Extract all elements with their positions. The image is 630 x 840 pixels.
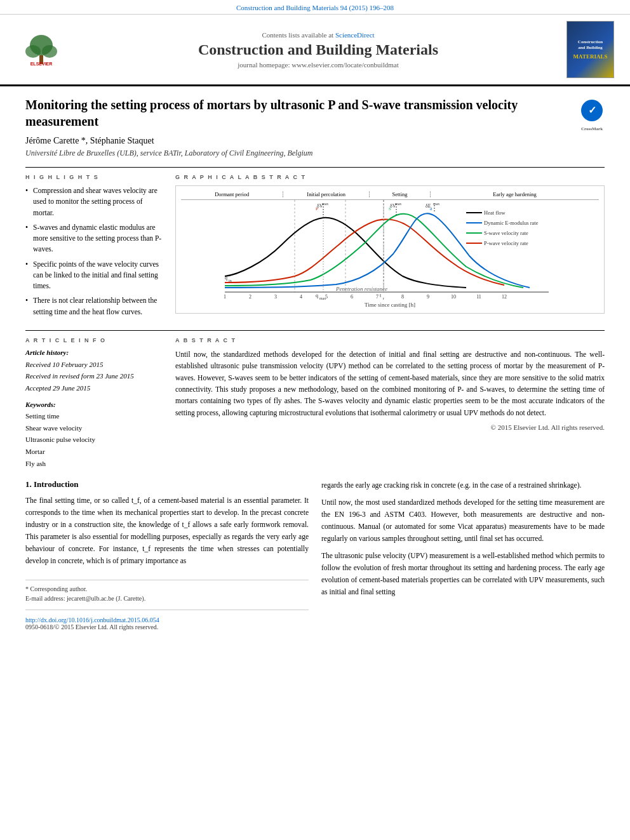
svg-text:Dynamic E-modulus rate: Dynamic E-modulus rate	[484, 220, 539, 226]
article-info-header: A R T I C L E I N F O	[25, 337, 165, 343]
keyword-1: Setting time	[25, 410, 165, 422]
cover-title-text: Constructionand Building	[578, 39, 603, 51]
svg-text:P-wave velocity rate: P-wave velocity rate	[484, 240, 528, 246]
journal-cover-image: Constructionand Building MATERIALS	[566, 21, 617, 78]
journal-title: Construction and Building Materials	[76, 41, 560, 58]
keyword-3: Ultrasonic pulse velocity	[25, 434, 165, 446]
phase-setting: Setting	[370, 191, 431, 197]
body-right-column: regards the early age cracking risk in c…	[321, 479, 605, 630]
footer-divider	[25, 610, 309, 610]
phase-labels: Dormant period Initial percolation Setti…	[181, 191, 599, 200]
svg-text:max: max	[395, 202, 401, 206]
journal-header-center: Contents lists available at ScienceDirec…	[76, 31, 560, 69]
svg-text:ELSEVIER: ELSEVIER	[30, 62, 53, 66]
email-note: E-mail address: jecarett@ulb.ac.be (J. C…	[25, 594, 309, 603]
graphical-abstract-svg: Penetration resistance δV max P δV max S…	[181, 200, 599, 302]
keywords-list: Setting time Shear wave velocity Ultraso…	[25, 410, 165, 469]
doi-line[interactable]: http://dx.doi.org/10.1016/j.conbuildmat.…	[25, 617, 309, 623]
svg-text:5: 5	[325, 294, 328, 300]
article-title-section: Monitoring the setting process of mortar…	[25, 97, 605, 130]
svg-text:7: 7	[376, 294, 379, 300]
svg-text:max: max	[433, 202, 439, 206]
journal-reference-bar: Construction and Building Materials 94 (…	[0, 0, 630, 15]
highlights-header: H I G H L I G H T S	[25, 174, 165, 180]
issn-line: 0950-0618/© 2015 Elsevier Ltd. All right…	[25, 623, 309, 630]
graphical-abstract-header: G R A P H I C A L A B S T R A C T	[175, 174, 605, 180]
intro-para-1: The final setting time, or so called t_f…	[25, 495, 309, 567]
article-info-section: A R T I C L E I N F O Article history: R…	[25, 337, 165, 470]
svg-text:Penetration resistance: Penetration resistance	[335, 286, 387, 292]
keyword-4: Mortar	[25, 446, 165, 458]
affiliation-text: Université Libre de Bruxelles (ULB), ser…	[25, 149, 605, 158]
svg-text:10: 10	[451, 294, 456, 300]
article-content: Monitoring the setting process of mortar…	[0, 86, 630, 637]
sciencedirect-link[interactable]: ScienceDirect	[335, 31, 375, 39]
svg-text:d: d	[430, 206, 432, 211]
svg-text:✓: ✓	[588, 105, 596, 116]
intro-section-header: 1. Introduction	[25, 479, 309, 490]
highlight-item-2: S-waves and dynamic elastic modulus are …	[25, 222, 165, 255]
keywords-label: Keywords:	[25, 401, 165, 408]
svg-point-3	[42, 45, 57, 58]
graphical-abstract-section: G R A P H I C A L A B S T R A C T Dorman…	[175, 174, 605, 321]
keyword-5: Fly ash	[25, 458, 165, 470]
svg-text:6: 6	[351, 294, 353, 300]
svg-text:Heat flow: Heat flow	[484, 210, 506, 216]
copyright-text: © 2015 Elsevier Ltd. All rights reserved…	[175, 423, 605, 431]
intro-para-right-1: regards the early age cracking risk in c…	[321, 479, 605, 491]
highlight-item-3: Specific points of the wave velocity cur…	[25, 259, 165, 292]
crossmark-label: CrossMark	[579, 126, 605, 132]
phase-percolation: Initial percolation	[283, 191, 369, 197]
cover-materials-text: MATERIALS	[573, 53, 608, 60]
phase-hardening: Early age hardening	[431, 191, 599, 197]
abstract-header: A B S T R A C T	[175, 337, 605, 343]
x-axis-label: Time since casting [h]	[181, 302, 599, 308]
article-history-label: Article history:	[25, 349, 165, 356]
svg-text:1: 1	[224, 294, 226, 300]
intro-para-right-3: The ultrasonic pulse velocity (UPV) meas…	[321, 550, 605, 598]
section-number: 1. Introduction	[25, 479, 79, 489]
svg-text:8: 8	[401, 294, 404, 300]
contents-available-line: Contents lists available at ScienceDirec…	[76, 31, 560, 39]
svg-text:3: 3	[274, 294, 277, 300]
journal-ref-text: Construction and Building Materials 94 (…	[236, 4, 394, 11]
journal-header: ELSEVIER Contents lists available at Sci…	[0, 15, 630, 86]
body-section: 1. Introduction The final setting time, …	[25, 479, 605, 630]
svg-text:S-wave velocity rate: S-wave velocity rate	[484, 230, 528, 236]
revised-date: Received in revised form 23 June 2015	[25, 370, 165, 382]
crossmark-badge[interactable]: ✓ CrossMark	[579, 99, 605, 124]
article-info-abstract-section: A R T I C L E I N F O Article history: R…	[25, 330, 605, 470]
received-date: Received 10 February 2015	[25, 359, 165, 371]
intro-right-text: regards the early age cracking risk in c…	[321, 479, 605, 598]
journal-homepage: journal homepage: www.elsevier.com/locat…	[76, 61, 560, 69]
svg-text:q: q	[225, 275, 227, 281]
elsevier-logo: ELSEVIER	[13, 32, 70, 67]
phase-dormant: Dormant period	[181, 191, 283, 197]
highlights-graphical-section: H I G H L I G H T S Compression and shea…	[25, 167, 605, 321]
intro-left-text: The final setting time, or so called t_f…	[25, 495, 309, 567]
crossmark-icon: ✓	[580, 99, 603, 122]
svg-text:in: in	[229, 279, 232, 283]
svg-text:9: 9	[427, 294, 429, 300]
svg-text:r: r	[383, 297, 384, 300]
svg-text:max: max	[322, 202, 328, 206]
svg-text:11: 11	[476, 294, 481, 300]
intro-para-right-2: Until now, the most used standardized me…	[321, 497, 605, 545]
svg-text:q: q	[316, 293, 318, 298]
corresponding-author-note: * Corresponding author.	[25, 584, 309, 594]
highlights-section: H I G H L I G H T S Compression and shea…	[25, 174, 165, 321]
svg-text:P: P	[316, 206, 318, 211]
body-left-column: 1. Introduction The final setting time, …	[25, 479, 309, 630]
article-dates: Received 10 February 2015 Received in re…	[25, 359, 165, 394]
article-title-text: Monitoring the setting process of mortar…	[25, 97, 579, 130]
svg-point-2	[25, 45, 41, 58]
elsevier-tree-icon: ELSEVIER	[19, 32, 64, 67]
highlights-list: Compression and shear waves velocity are…	[25, 185, 165, 317]
keyword-2: Shear wave velocity	[25, 422, 165, 434]
authors-line: Jérôme Carette *, Stéphanie Staquet	[25, 136, 605, 146]
chart-area: Penetration resistance δV max P δV max S…	[181, 200, 599, 308]
svg-text:S: S	[389, 206, 391, 211]
graphical-abstract-chart: Dormant period Initial percolation Setti…	[175, 185, 605, 314]
svg-text:2: 2	[249, 294, 251, 300]
highlight-item-4: There is not clear relationship between …	[25, 295, 165, 317]
